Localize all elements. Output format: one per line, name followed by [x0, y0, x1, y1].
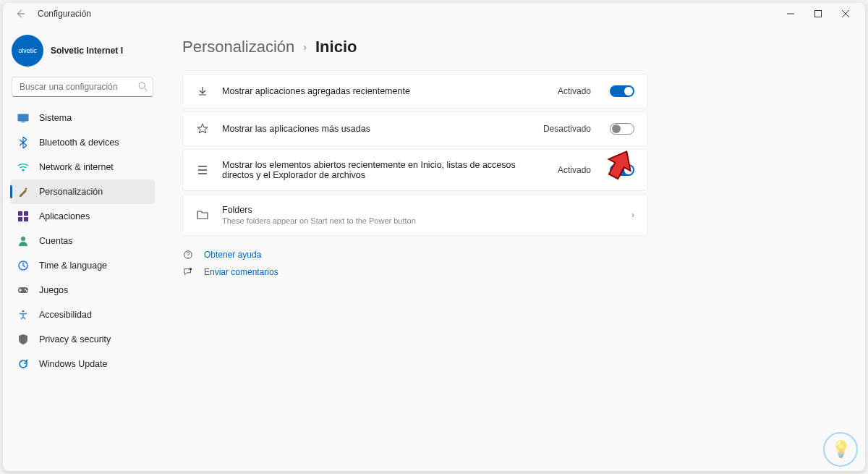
app-title: Configuración — [38, 9, 91, 19]
sidebar-item-update[interactable]: Windows Update — [10, 352, 155, 376]
help-icon — [182, 249, 194, 261]
recent-apps-icon — [196, 85, 209, 98]
breadcrumb: Personalización › Inicio — [182, 38, 648, 56]
svg-rect-8 — [24, 217, 28, 221]
help-link-row: Obtener ayuda — [182, 249, 648, 261]
personalization-icon — [17, 186, 29, 198]
svg-point-4 — [22, 170, 24, 172]
watermark-icon: 💡 — [823, 432, 858, 467]
setting-folders[interactable]: FoldersThese folders appear on Start nex… — [182, 194, 648, 236]
toggle-most-used[interactable] — [610, 123, 634, 135]
apps-icon — [17, 211, 29, 222]
sidebar: olvetic Solvetic Internet I SistemaBluet… — [3, 25, 161, 471]
sidebar-item-system[interactable]: Sistema — [10, 106, 155, 130]
svg-rect-0 — [815, 11, 822, 17]
user-name: Solvetic Internet I — [51, 46, 123, 56]
network-icon — [17, 161, 29, 173]
sidebar-item-label: Time & language — [39, 261, 107, 271]
maximize-button[interactable] — [804, 3, 832, 25]
setting-sub: These folders appear on Start next to th… — [222, 216, 618, 225]
search-input[interactable] — [12, 77, 153, 97]
setting-label: Mostrar los elementos abiertos recientem… — [222, 160, 545, 180]
avatar: olvetic — [12, 35, 43, 67]
most-used-icon — [196, 122, 209, 135]
breadcrumb-parent[interactable]: Personalización — [182, 38, 294, 56]
search-box[interactable] — [12, 77, 153, 97]
svg-point-9 — [21, 237, 25, 241]
svg-point-1 — [139, 82, 145, 88]
minimize-button[interactable] — [777, 3, 804, 25]
sidebar-item-accessibility[interactable]: Accesibilidad — [10, 302, 155, 327]
toggle-recent-apps[interactable] — [610, 85, 634, 97]
sidebar-item-apps[interactable]: Aplicaciones — [10, 204, 155, 229]
help-link[interactable]: Obtener ayuda — [204, 250, 261, 260]
recent-items-icon — [196, 164, 209, 177]
sidebar-item-label: Sistema — [39, 113, 72, 123]
setting-recent-items: Mostrar los elementos abiertos recientem… — [182, 149, 648, 191]
sidebar-item-label: Cuentas — [39, 236, 73, 246]
breadcrumb-current: Inicio — [315, 38, 357, 56]
sidebar-item-personalization[interactable]: Personalización — [10, 179, 155, 204]
toggle-status: Activado — [558, 86, 591, 96]
system-icon — [17, 112, 29, 124]
time-icon — [17, 260, 29, 271]
nav-list: SistemaBluetooth & devicesNetwork & inte… — [9, 106, 161, 376]
svg-rect-5 — [18, 211, 22, 216]
sidebar-item-label: Privacy & security — [39, 334, 111, 344]
svg-rect-6 — [24, 211, 28, 216]
accounts-icon — [17, 235, 29, 247]
sidebar-item-bluetooth[interactable]: Bluetooth & devices — [10, 130, 155, 155]
user-profile[interactable]: olvetic Solvetic Internet I — [9, 30, 161, 77]
feedback-link[interactable]: Enviar comentarios — [204, 267, 278, 277]
toggle-status: Activado — [558, 165, 591, 175]
folders-icon — [196, 208, 209, 221]
svg-point-16 — [187, 257, 188, 258]
gaming-icon — [17, 284, 29, 296]
search-icon — [138, 81, 148, 94]
feedback-link-row: Enviar comentarios — [182, 266, 648, 278]
svg-point-17 — [190, 268, 192, 271]
accessibility-icon — [17, 309, 29, 321]
sidebar-item-accounts[interactable]: Cuentas — [10, 229, 155, 253]
toggle-recent-items[interactable] — [610, 164, 634, 176]
chevron-right-icon: › — [631, 210, 634, 220]
sidebar-item-network[interactable]: Network & internet — [10, 155, 155, 179]
setting-label: Folders — [222, 205, 618, 215]
privacy-icon — [17, 334, 29, 345]
svg-point-14 — [22, 310, 25, 313]
svg-rect-7 — [18, 217, 22, 221]
sidebar-item-label: Aplicaciones — [39, 211, 90, 221]
svg-rect-2 — [18, 114, 29, 122]
svg-rect-3 — [21, 122, 25, 122]
chevron-right-icon: › — [303, 41, 307, 53]
sidebar-item-time[interactable]: Time & language — [10, 253, 155, 278]
bluetooth-icon — [17, 137, 29, 148]
titlebar: Configuración — [3, 3, 865, 25]
close-button[interactable] — [832, 3, 859, 25]
sidebar-item-label: Bluetooth & devices — [39, 137, 119, 148]
back-button[interactable] — [13, 7, 27, 21]
sidebar-item-privacy[interactable]: Privacy & security — [10, 327, 155, 352]
sidebar-item-label: Network & internet — [39, 162, 114, 172]
settings-list: Mostrar aplicaciones agregadas recientem… — [182, 74, 648, 236]
sidebar-item-label: Accesibilidad — [39, 310, 92, 320]
sidebar-item-label: Personalización — [39, 187, 103, 197]
setting-most-used: Mostrar las aplicaciones más usadasDesac… — [182, 111, 648, 146]
update-icon — [17, 358, 29, 370]
setting-label: Mostrar aplicaciones agregadas recientem… — [222, 86, 545, 96]
feedback-icon — [182, 266, 194, 278]
setting-label: Mostrar las aplicaciones más usadas — [222, 124, 530, 134]
svg-point-12 — [25, 289, 26, 290]
sidebar-item-label: Juegos — [39, 285, 68, 295]
setting-recent-apps: Mostrar aplicaciones agregadas recientem… — [182, 74, 648, 109]
main-content: Personalización › Inicio Mostrar aplicac… — [161, 25, 865, 471]
sidebar-item-label: Windows Update — [39, 359, 108, 369]
sidebar-item-gaming[interactable]: Juegos — [10, 278, 155, 302]
svg-point-13 — [26, 290, 27, 292]
toggle-status: Desactivado — [543, 124, 591, 134]
